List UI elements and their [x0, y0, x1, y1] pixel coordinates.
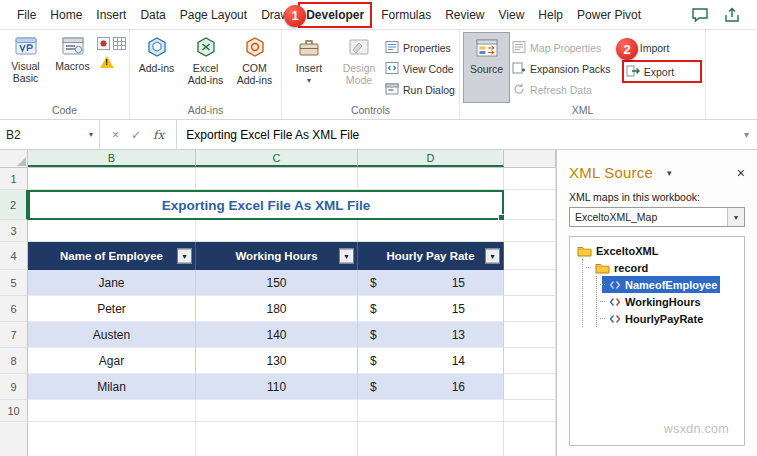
column-header-c[interactable]: C [196, 150, 358, 167]
cell-employee-name[interactable]: Jane [28, 270, 196, 296]
cell-hourly-rate[interactable]: $ 16 [358, 374, 504, 400]
cell-working-hours[interactable]: 150 [196, 270, 358, 296]
cell-employee-name[interactable]: Austen [28, 322, 196, 348]
table-header-name[interactable]: Name of Employee ▼ [28, 242, 196, 270]
cell-working-hours[interactable]: 130 [196, 348, 358, 374]
cell-hourly-rate[interactable]: $ 15 [358, 296, 504, 322]
xml-map-dropdown[interactable]: ExceltoXML_Map ▾ [569, 207, 745, 227]
cell-hourly-rate[interactable]: $ 13 [358, 322, 504, 348]
visual-basic-button[interactable]: Visual Basic [3, 32, 48, 103]
empty-cell[interactable] [358, 400, 504, 422]
tree-node-root[interactable]: ExceltoXML [574, 242, 661, 259]
insert-dropdown-icon[interactable]: ▾ [307, 77, 311, 86]
tab-page-layout[interactable]: Page Layout [173, 2, 254, 28]
cell-working-hours[interactable]: 180 [196, 296, 358, 322]
tree-node-field[interactable]: HourlyPayRate [602, 310, 706, 327]
empty-cell[interactable] [358, 422, 504, 456]
name-box-dropdown-icon[interactable]: ▾ [89, 130, 93, 139]
row-header-2[interactable]: 2 [0, 190, 28, 220]
excel-addins-button[interactable]: Excel Add-ins [182, 32, 229, 103]
map-properties-button[interactable]: Map Properties [512, 39, 620, 56]
tab-review[interactable]: Review [438, 2, 491, 28]
tree-node-record[interactable]: record [588, 259, 651, 276]
run-dialog-button[interactable]: Run Dialog [385, 81, 455, 98]
cancel-icon[interactable]: × [112, 128, 119, 142]
filter-icon[interactable]: ▼ [177, 249, 192, 264]
formula-bar-expand-icon[interactable]: ▾ [736, 120, 757, 149]
insert-function-icon[interactable]: fx [153, 128, 164, 142]
table-header-rate[interactable]: Hourly Pay Rate ▼ [358, 242, 504, 270]
pane-options-dropdown-icon[interactable]: ▾ [667, 168, 672, 178]
empty-cell[interactable] [196, 168, 358, 190]
row-header-6[interactable]: 6 [0, 296, 28, 322]
row-header-3[interactable]: 3 [0, 220, 28, 242]
tab-home[interactable]: Home [43, 2, 89, 28]
cell-working-hours[interactable]: 110 [196, 374, 358, 400]
export-button[interactable]: Export [626, 63, 674, 80]
enter-icon[interactable]: ✓ [131, 128, 141, 142]
dropdown-arrow-icon[interactable]: ▾ [727, 208, 744, 226]
row-header-4[interactable]: 4 [0, 242, 28, 270]
tab-developer[interactable]: Developer [298, 2, 372, 28]
tab-file[interactable]: File [10, 2, 43, 28]
empty-cell[interactable] [196, 400, 358, 422]
pane-close-icon[interactable]: × [737, 165, 745, 181]
tab-view[interactable]: View [492, 2, 532, 28]
share-icon[interactable] [723, 7, 741, 23]
tab-insert[interactable]: Insert [89, 2, 133, 28]
tab-data[interactable]: Data [133, 2, 172, 28]
cell-employee-name[interactable]: Peter [28, 296, 196, 322]
expansion-packs-button[interactable]: Expansion Packs [512, 60, 620, 77]
table-header-hours[interactable]: Working Hours ▼ [196, 242, 358, 270]
empty-cell[interactable] [28, 422, 196, 456]
empty-cell[interactable] [504, 422, 556, 456]
select-all-corner[interactable] [0, 150, 28, 167]
empty-cell[interactable] [28, 168, 196, 190]
row-header-5[interactable]: 5 [0, 270, 28, 296]
formula-input[interactable]: Exporting Excel File As XML File [177, 120, 736, 149]
properties-button[interactable]: Properties [385, 39, 455, 56]
row-header-8[interactable]: 8 [0, 348, 28, 374]
cell-working-hours[interactable]: 140 [196, 322, 358, 348]
column-header-d[interactable]: D [358, 150, 504, 167]
filter-icon[interactable]: ▼ [339, 249, 354, 264]
record-macro-icon[interactable] [97, 37, 110, 53]
cell-employee-name[interactable]: Agar [28, 348, 196, 374]
empty-cell[interactable] [196, 422, 358, 456]
empty-cell[interactable] [504, 220, 556, 242]
tab-formulas[interactable]: Formulas [374, 2, 438, 28]
addins-button[interactable]: Add-ins [133, 32, 180, 103]
empty-cell[interactable] [358, 168, 504, 190]
tab-power-pivot[interactable]: Power Pivot [570, 2, 648, 28]
tree-node-field-selected[interactable]: NameofEmployee [602, 276, 720, 293]
empty-cell[interactable] [504, 168, 556, 190]
empty-cell[interactable] [504, 270, 556, 296]
design-mode-button[interactable]: Design Mode [335, 32, 383, 103]
empty-cell[interactable] [196, 220, 358, 242]
com-addins-button[interactable]: COM Add-ins [231, 32, 278, 103]
name-box[interactable]: B2 ▾ [0, 120, 100, 149]
empty-cell[interactable] [504, 190, 556, 220]
tree-node-field[interactable]: WorkingHours [602, 293, 704, 310]
macros-button[interactable]: Macros [50, 32, 95, 103]
sheet-title-cell[interactable]: Exporting Excel File As XML File [28, 190, 504, 220]
empty-cell[interactable] [504, 400, 556, 422]
empty-cell[interactable] [358, 220, 504, 242]
empty-cell[interactable] [28, 400, 196, 422]
row-header-7[interactable]: 7 [0, 322, 28, 348]
xml-source-button[interactable]: Source [463, 32, 510, 103]
filter-icon[interactable]: ▼ [485, 249, 500, 264]
row-header-10[interactable]: 10 [0, 400, 28, 422]
empty-cell[interactable] [504, 374, 556, 400]
row-header-1[interactable]: 1 [0, 168, 28, 190]
empty-cell[interactable] [504, 242, 556, 270]
relative-references-icon[interactable] [113, 37, 126, 53]
macro-security-warning-icon[interactable] [100, 56, 114, 68]
refresh-data-button[interactable]: Refresh Data [512, 81, 620, 98]
empty-cell[interactable] [504, 322, 556, 348]
row-header-9[interactable]: 9 [0, 374, 28, 400]
cell-hourly-rate[interactable]: $ 15 [358, 270, 504, 296]
tab-draw[interactable]: Draw 1 [254, 2, 296, 28]
empty-cell[interactable] [504, 296, 556, 322]
column-header-b[interactable]: B [28, 150, 196, 167]
